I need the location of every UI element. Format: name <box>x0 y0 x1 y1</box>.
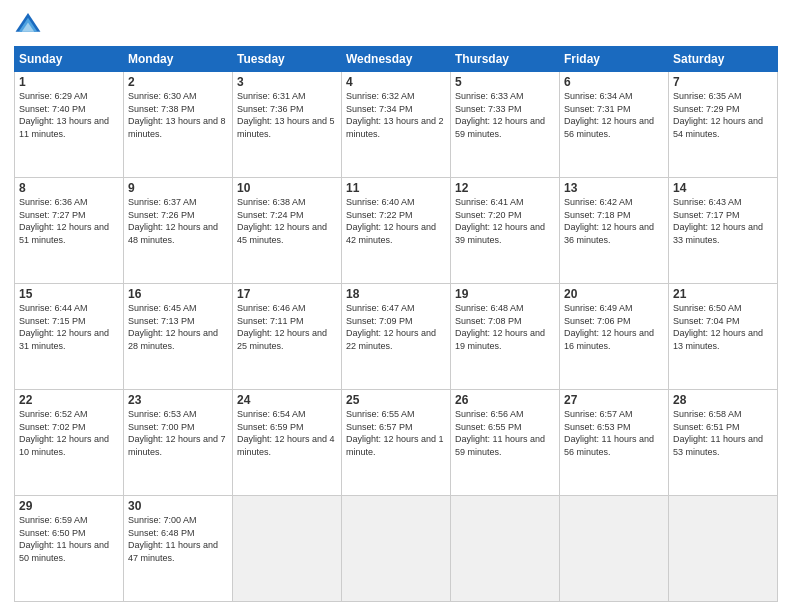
sunset-label: Sunset: 7:04 PM <box>673 316 740 326</box>
sunset-label: Sunset: 7:24 PM <box>237 210 304 220</box>
calendar-table: Sunday Monday Tuesday Wednesday Thursday… <box>14 46 778 602</box>
day-cell: 15 Sunrise: 6:44 AM Sunset: 7:15 PM Dayl… <box>15 284 124 390</box>
sunrise-label: Sunrise: 6:40 AM <box>346 197 415 207</box>
day-cell: 11 Sunrise: 6:40 AM Sunset: 7:22 PM Dayl… <box>342 178 451 284</box>
sunset-label: Sunset: 7:29 PM <box>673 104 740 114</box>
sunset-label: Sunset: 7:33 PM <box>455 104 522 114</box>
day-number: 30 <box>128 499 228 513</box>
header-wednesday: Wednesday <box>342 47 451 72</box>
day-info: Sunrise: 6:41 AM Sunset: 7:20 PM Dayligh… <box>455 196 555 246</box>
sunset-label: Sunset: 6:51 PM <box>673 422 740 432</box>
day-info: Sunrise: 6:33 AM Sunset: 7:33 PM Dayligh… <box>455 90 555 140</box>
day-cell <box>451 496 560 602</box>
day-cell: 20 Sunrise: 6:49 AM Sunset: 7:06 PM Dayl… <box>560 284 669 390</box>
day-info: Sunrise: 6:34 AM Sunset: 7:31 PM Dayligh… <box>564 90 664 140</box>
day-number: 20 <box>564 287 664 301</box>
daylight-label: Daylight: 12 hours and 19 minutes. <box>455 328 545 351</box>
sunrise-label: Sunrise: 6:44 AM <box>19 303 88 313</box>
sunset-label: Sunset: 7:15 PM <box>19 316 86 326</box>
sunset-label: Sunset: 6:48 PM <box>128 528 195 538</box>
day-info: Sunrise: 6:58 AM Sunset: 6:51 PM Dayligh… <box>673 408 773 458</box>
sunrise-label: Sunrise: 6:33 AM <box>455 91 524 101</box>
sunset-label: Sunset: 7:08 PM <box>455 316 522 326</box>
daylight-label: Daylight: 12 hours and 42 minutes. <box>346 222 436 245</box>
day-info: Sunrise: 6:54 AM Sunset: 6:59 PM Dayligh… <box>237 408 337 458</box>
day-number: 26 <box>455 393 555 407</box>
daylight-label: Daylight: 12 hours and 54 minutes. <box>673 116 763 139</box>
day-info: Sunrise: 6:56 AM Sunset: 6:55 PM Dayligh… <box>455 408 555 458</box>
day-cell: 3 Sunrise: 6:31 AM Sunset: 7:36 PM Dayli… <box>233 72 342 178</box>
day-info: Sunrise: 6:55 AM Sunset: 6:57 PM Dayligh… <box>346 408 446 458</box>
daylight-label: Daylight: 12 hours and 59 minutes. <box>455 116 545 139</box>
daylight-label: Daylight: 13 hours and 5 minutes. <box>237 116 335 139</box>
daylight-label: Daylight: 12 hours and 1 minute. <box>346 434 444 457</box>
week-row-0: 1 Sunrise: 6:29 AM Sunset: 7:40 PM Dayli… <box>15 72 778 178</box>
day-info: Sunrise: 6:36 AM Sunset: 7:27 PM Dayligh… <box>19 196 119 246</box>
day-number: 22 <box>19 393 119 407</box>
day-info: Sunrise: 6:53 AM Sunset: 7:00 PM Dayligh… <box>128 408 228 458</box>
daylight-label: Daylight: 11 hours and 47 minutes. <box>128 540 218 563</box>
daylight-label: Daylight: 12 hours and 22 minutes. <box>346 328 436 351</box>
day-cell: 17 Sunrise: 6:46 AM Sunset: 7:11 PM Dayl… <box>233 284 342 390</box>
day-cell: 12 Sunrise: 6:41 AM Sunset: 7:20 PM Dayl… <box>451 178 560 284</box>
day-number: 24 <box>237 393 337 407</box>
sunrise-label: Sunrise: 6:34 AM <box>564 91 633 101</box>
sunset-label: Sunset: 7:31 PM <box>564 104 631 114</box>
day-info: Sunrise: 6:42 AM Sunset: 7:18 PM Dayligh… <box>564 196 664 246</box>
day-info: Sunrise: 6:46 AM Sunset: 7:11 PM Dayligh… <box>237 302 337 352</box>
header-sunday: Sunday <box>15 47 124 72</box>
day-number: 21 <box>673 287 773 301</box>
week-row-2: 15 Sunrise: 6:44 AM Sunset: 7:15 PM Dayl… <box>15 284 778 390</box>
sunset-label: Sunset: 6:53 PM <box>564 422 631 432</box>
day-cell: 7 Sunrise: 6:35 AM Sunset: 7:29 PM Dayli… <box>669 72 778 178</box>
daylight-label: Daylight: 11 hours and 59 minutes. <box>455 434 545 457</box>
sunset-label: Sunset: 7:13 PM <box>128 316 195 326</box>
day-info: Sunrise: 6:37 AM Sunset: 7:26 PM Dayligh… <box>128 196 228 246</box>
daylight-label: Daylight: 12 hours and 48 minutes. <box>128 222 218 245</box>
day-info: Sunrise: 6:43 AM Sunset: 7:17 PM Dayligh… <box>673 196 773 246</box>
sunrise-label: Sunrise: 6:31 AM <box>237 91 306 101</box>
day-number: 9 <box>128 181 228 195</box>
day-cell: 8 Sunrise: 6:36 AM Sunset: 7:27 PM Dayli… <box>15 178 124 284</box>
day-cell: 1 Sunrise: 6:29 AM Sunset: 7:40 PM Dayli… <box>15 72 124 178</box>
day-info: Sunrise: 6:31 AM Sunset: 7:36 PM Dayligh… <box>237 90 337 140</box>
sunset-label: Sunset: 7:38 PM <box>128 104 195 114</box>
sunrise-label: Sunrise: 6:37 AM <box>128 197 197 207</box>
sunset-label: Sunset: 7:36 PM <box>237 104 304 114</box>
sunrise-label: Sunrise: 6:50 AM <box>673 303 742 313</box>
daylight-label: Daylight: 11 hours and 56 minutes. <box>564 434 654 457</box>
sunset-label: Sunset: 7:11 PM <box>237 316 304 326</box>
day-cell <box>560 496 669 602</box>
day-info: Sunrise: 6:47 AM Sunset: 7:09 PM Dayligh… <box>346 302 446 352</box>
sunset-label: Sunset: 7:02 PM <box>19 422 86 432</box>
day-cell: 2 Sunrise: 6:30 AM Sunset: 7:38 PM Dayli… <box>124 72 233 178</box>
day-number: 25 <box>346 393 446 407</box>
sunrise-label: Sunrise: 6:41 AM <box>455 197 524 207</box>
day-number: 18 <box>346 287 446 301</box>
day-cell: 18 Sunrise: 6:47 AM Sunset: 7:09 PM Dayl… <box>342 284 451 390</box>
day-number: 15 <box>19 287 119 301</box>
page: Sunday Monday Tuesday Wednesday Thursday… <box>0 0 792 612</box>
day-number: 13 <box>564 181 664 195</box>
day-cell: 4 Sunrise: 6:32 AM Sunset: 7:34 PM Dayli… <box>342 72 451 178</box>
day-cell: 29 Sunrise: 6:59 AM Sunset: 6:50 PM Dayl… <box>15 496 124 602</box>
sunrise-label: Sunrise: 6:36 AM <box>19 197 88 207</box>
header-tuesday: Tuesday <box>233 47 342 72</box>
sunrise-label: Sunrise: 6:29 AM <box>19 91 88 101</box>
day-number: 11 <box>346 181 446 195</box>
sunrise-label: Sunrise: 6:30 AM <box>128 91 197 101</box>
daylight-label: Daylight: 12 hours and 10 minutes. <box>19 434 109 457</box>
daylight-label: Daylight: 13 hours and 2 minutes. <box>346 116 444 139</box>
daylight-label: Daylight: 12 hours and 25 minutes. <box>237 328 327 351</box>
day-info: Sunrise: 6:38 AM Sunset: 7:24 PM Dayligh… <box>237 196 337 246</box>
sunrise-label: Sunrise: 6:48 AM <box>455 303 524 313</box>
daylight-label: Daylight: 11 hours and 50 minutes. <box>19 540 109 563</box>
day-number: 5 <box>455 75 555 89</box>
daylight-label: Daylight: 12 hours and 31 minutes. <box>19 328 109 351</box>
day-number: 12 <box>455 181 555 195</box>
sunrise-label: Sunrise: 6:38 AM <box>237 197 306 207</box>
sunrise-label: Sunrise: 6:43 AM <box>673 197 742 207</box>
sunset-label: Sunset: 7:09 PM <box>346 316 413 326</box>
day-number: 17 <box>237 287 337 301</box>
sunrise-label: Sunrise: 6:54 AM <box>237 409 306 419</box>
